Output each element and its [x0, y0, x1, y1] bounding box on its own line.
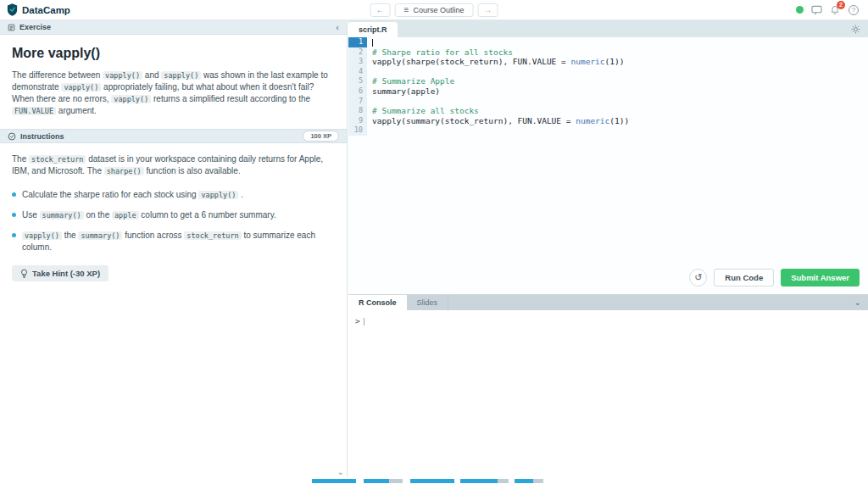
code-editor[interactable]: 12# Sharpe ratio for all stocks3vapply(s… [348, 37, 868, 294]
editor-settings-icon[interactable] [851, 20, 868, 37]
instructions-list: Calculate the sharpe ratio for each stoc… [12, 189, 335, 253]
line-content: # Sharpe ratio for all stocks [367, 47, 513, 58]
exercise-panel: Exercise ‹ More vapply() The difference … [0, 20, 348, 477]
line-number: 3 [348, 57, 367, 67]
xp-badge: 100 XP [303, 131, 339, 142]
datacamp-exercise-app: DataCamp ← ≡ Course Outline → [0, 0, 868, 484]
inline-code: vapply() [198, 191, 238, 199]
exercise-description: The difference between vapply() and sapp… [12, 70, 335, 117]
previous-exercise-button[interactable]: ← [370, 3, 391, 17]
r-console[interactable]: > [348, 310, 868, 477]
tab-slides[interactable]: Slides [407, 295, 449, 310]
progress-gap [454, 479, 460, 483]
exercise-icon [8, 24, 15, 31]
code-line[interactable]: 5# Summarize Apple [348, 76, 868, 86]
reset-icon: ↺ [694, 273, 702, 282]
progress-segments [312, 479, 543, 483]
progress-gap [356, 479, 364, 483]
take-hint-button[interactable]: Take Hint (-30 XP) [12, 265, 108, 281]
code-lines: 12# Sharpe ratio for all stocks3vapply(s… [348, 37, 868, 136]
exercise-body: More vapply() The difference between vap… [0, 35, 347, 129]
instruction-text: Calculate the sharpe ratio for each stoc… [22, 189, 243, 201]
submit-answer-button[interactable]: Submit Answer [781, 269, 860, 287]
console-caret [364, 318, 364, 325]
progress-segment[interactable] [533, 479, 543, 483]
feedback-icon[interactable] [810, 4, 822, 16]
inline-code: apple [112, 211, 139, 220]
brand[interactable]: DataCamp [0, 3, 70, 16]
line-content: vapply(sharpe(stock_return), FUN.VALUE =… [367, 57, 624, 67]
text-cursor [372, 39, 373, 47]
editor-actions: ↺ Run Code Submit Answer [689, 269, 860, 287]
reset-code-button[interactable]: ↺ [689, 269, 707, 287]
code-line[interactable]: 1 [348, 37, 868, 47]
line-number: 4 [348, 67, 367, 77]
progress-segment[interactable] [389, 479, 403, 483]
progress-segment[interactable] [498, 479, 509, 483]
tab-r-console[interactable]: R Console [348, 295, 407, 310]
datacamp-logo-icon [7, 3, 18, 16]
scroll-down-icon[interactable]: ⌄ [337, 469, 344, 476]
connection-status-dot [796, 6, 804, 14]
next-exercise-button[interactable]: → [477, 3, 498, 17]
collapse-console-icon[interactable]: ⌄ [854, 298, 861, 307]
code-line[interactable]: 10 [348, 125, 868, 136]
inline-code: stock_return [184, 231, 241, 240]
progress-gap [403, 479, 410, 483]
code-token: # Summarize Apple [372, 76, 454, 86]
inline-code: vapply() [22, 231, 62, 240]
progress-segment[interactable] [515, 479, 533, 483]
notifications-bell-icon[interactable]: 2 [829, 4, 841, 16]
line-content [367, 97, 372, 107]
notification-count-badge: 2 [837, 1, 845, 9]
progress-segment[interactable] [312, 479, 356, 483]
progress-segment[interactable] [410, 479, 454, 483]
editor-tabbar: script.R [348, 20, 868, 37]
line-number: 1 [348, 37, 367, 47]
bullet-dot [12, 233, 16, 237]
menu-icon: ≡ [404, 6, 409, 14]
progress-segment[interactable] [364, 479, 389, 483]
line-number: 2 [348, 47, 367, 58]
code-line[interactable]: 7 [348, 97, 868, 107]
course-outline-label: Course Outline [413, 6, 464, 14]
instructions-header-label: Instructions [20, 132, 64, 141]
exercise-header: Exercise ‹ [0, 20, 347, 35]
take-hint-label: Take Hint (-30 XP) [32, 269, 100, 278]
console-tabbar-filler: ⌄ [448, 295, 868, 310]
back-arrow-icon: ← [376, 6, 385, 14]
bullet-dot [12, 213, 16, 217]
line-content [367, 67, 372, 77]
code-token: summary(apple) [372, 86, 440, 96]
code-line[interactable]: 9vapply(summary(stock_return), FUN.VALUE… [348, 116, 868, 126]
inline-code: summary() [78, 231, 122, 240]
exercise-title: More vapply() [12, 46, 335, 61]
help-icon[interactable]: ? [848, 4, 860, 16]
code-token: numeric [576, 116, 609, 125]
progress-segment[interactable] [460, 479, 498, 483]
run-code-button[interactable]: Run Code [714, 269, 774, 287]
exercise-header-label: Exercise [19, 23, 51, 31]
line-content [367, 125, 372, 136]
code-token: # Summarize all stocks [372, 106, 479, 115]
code-token: numeric [571, 57, 605, 66]
line-content: summary(apple) [367, 86, 440, 97]
line-content: # Summarize Apple [367, 76, 454, 86]
inline-code: vapply() [111, 95, 151, 103]
progress-gap [509, 479, 515, 483]
instruction-item: vapply() the summary() function across s… [12, 230, 335, 253]
inline-code: sharpe() [104, 167, 144, 175]
code-line[interactable]: 3vapply(sharpe(stock_return), FUN.VALUE … [348, 57, 868, 67]
code-token: vapply(sharpe(stock_return), FUN.VALUE = [372, 57, 571, 66]
code-line[interactable]: 6summary(apple) [348, 86, 868, 97]
collapse-panel-icon[interactable]: ‹ [336, 23, 339, 32]
course-outline-button[interactable]: ≡ Course Outline [395, 3, 474, 17]
code-token: (1)) [605, 57, 625, 66]
code-line[interactable]: 4 [348, 67, 868, 77]
tab-script-r[interactable]: script.R [348, 22, 398, 37]
instructions-body: The stock_return dataset is in your work… [0, 143, 347, 292]
code-line[interactable]: 2# Sharpe ratio for all stocks [348, 47, 868, 58]
line-number: 7 [348, 97, 367, 107]
code-token: # Sharpe ratio for all stocks [372, 47, 513, 57]
code-line[interactable]: 8# Summarize all stocks [348, 106, 868, 116]
